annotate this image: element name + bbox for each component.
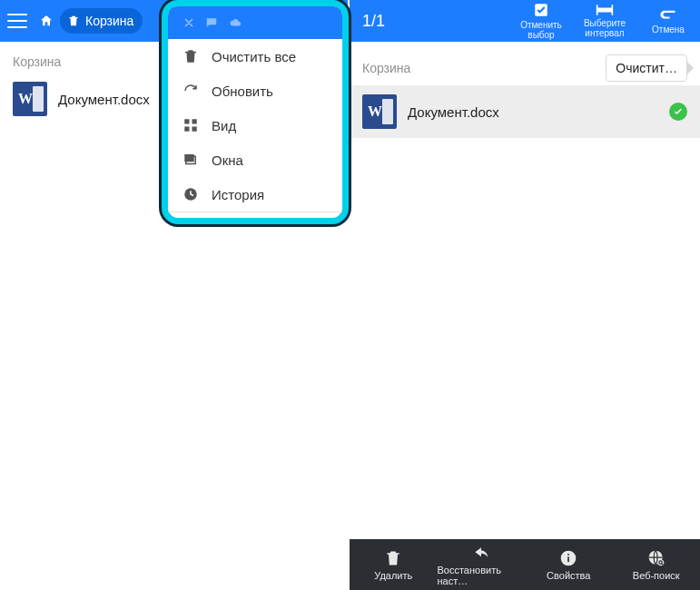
trash-icon (182, 48, 199, 64)
bb-label: Веб-поиск (633, 570, 680, 581)
trash-icon (67, 15, 80, 27)
svg-rect-10 (567, 556, 569, 562)
breadcrumb-right: Корзина Очистит… (350, 42, 700, 85)
menu-clear-all[interactable]: Очистить все (168, 39, 342, 74)
menu-item-label: Вид (212, 118, 236, 133)
action-label-l1: Отменить (520, 20, 562, 30)
menu-view[interactable]: Вид (168, 108, 342, 143)
clear-chip[interactable]: Очистит… (606, 54, 687, 82)
topbar-actions: Отменить выбор Выберите интервал Отмена (509, 2, 700, 40)
svg-rect-0 (184, 119, 189, 123)
menu-item-label: Обновить (212, 84, 273, 99)
menu-refresh[interactable]: Обновить (168, 74, 342, 108)
menu-item-label: Окна (212, 152, 243, 168)
info-icon (559, 549, 577, 567)
menu-item-label: Очистить все (212, 49, 296, 64)
svg-rect-11 (567, 554, 569, 556)
svg-rect-1 (192, 119, 197, 123)
action-label-l2: выбор (527, 30, 554, 40)
kebab-icon[interactable] (328, 14, 331, 32)
bottom-action-bar: Удалить Восстановить наст… Свойства Веб-… (350, 539, 700, 590)
cancel-button[interactable]: Отмена (636, 2, 700, 40)
selected-check-icon (669, 103, 687, 121)
breadcrumb-text: Корзина (13, 54, 61, 69)
right-pane: 1/1 Отменить выбор Выберите интервал Отм… (350, 0, 700, 590)
location-pill[interactable]: Корзина (60, 8, 143, 34)
topbar-right: 1/1 Отменить выбор Выберите интервал Отм… (350, 0, 700, 42)
checkbox-icon (533, 2, 549, 18)
bb-label: Свойства (547, 570, 590, 581)
popup-top-strip (168, 6, 342, 39)
selection-counter: 1/1 (362, 12, 509, 31)
select-interval-button[interactable]: Выберите интервал (573, 2, 636, 40)
svg-rect-8 (597, 8, 613, 13)
svg-rect-5 (184, 154, 194, 162)
hamburger-icon[interactable] (5, 9, 29, 33)
breadcrumb-text: Корзина (362, 61, 410, 75)
cloud-icon (228, 16, 244, 29)
windows-icon (182, 152, 199, 168)
chat-icon (204, 16, 219, 29)
menu-windows[interactable]: Окна (168, 143, 342, 177)
refresh-icon (182, 83, 199, 99)
interval-icon (596, 4, 614, 16)
action-label: Отмена (652, 25, 685, 34)
trash-icon (384, 549, 402, 567)
menu-history[interactable]: История (168, 177, 342, 211)
bb-label: Удалить (374, 570, 412, 581)
grid-icon (182, 117, 199, 133)
docx-icon: W (362, 94, 397, 129)
bb-label: Восстановить наст… (438, 565, 526, 586)
file-name: Документ.docx (408, 104, 669, 120)
file-row-selected[interactable]: W Документ.docx (350, 85, 700, 138)
undo-icon (472, 544, 490, 562)
svg-rect-3 (192, 127, 197, 132)
overflow-menu-popup: Очистить все Обновить Вид Окна История (162, 0, 349, 224)
clock-icon (182, 186, 199, 202)
restore-button[interactable]: Восстановить наст… (438, 539, 526, 590)
location-pill-label: Корзина (85, 14, 133, 28)
popup-faded-icons (182, 16, 244, 29)
menu-separator (168, 211, 342, 212)
return-icon (659, 8, 677, 23)
home-icon[interactable] (38, 13, 54, 29)
delete-button[interactable]: Удалить (350, 539, 438, 590)
action-label-l1: Выберите (584, 18, 626, 28)
left-pane: Корзина Корзина W Документ.docx Очистить… (0, 0, 350, 590)
websearch-button[interactable]: Веб-поиск (613, 539, 701, 590)
globe-search-icon (647, 549, 665, 567)
docx-icon: W (13, 82, 47, 116)
close-icon[interactable] (182, 16, 195, 29)
menu-item-label: История (212, 187, 264, 202)
svg-rect-2 (184, 127, 189, 132)
properties-button[interactable]: Свойства (525, 539, 613, 590)
action-label-l2: интервал (585, 28, 624, 38)
cancel-selection-button[interactable]: Отменить выбор (509, 2, 573, 40)
